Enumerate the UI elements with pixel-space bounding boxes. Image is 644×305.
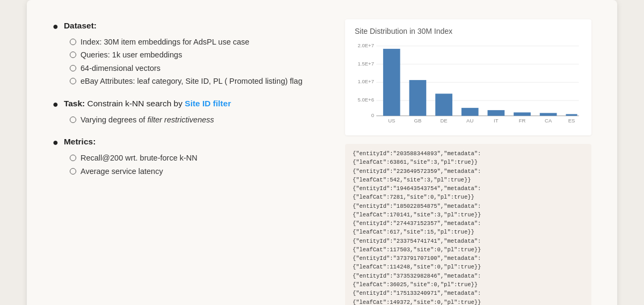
sub-dot-icon bbox=[70, 52, 76, 58]
y-label-top: 2.0E+7 bbox=[358, 42, 374, 48]
sub-bullet-recall-text: Recall@200 wrt. brute-force k-NN bbox=[80, 152, 197, 164]
chart-title: Site Distribution in 30M Index bbox=[355, 27, 582, 35]
x-label-fr: FR bbox=[519, 118, 526, 124]
bullet-dot-dataset: ● bbox=[53, 19, 58, 34]
x-label-es: ES bbox=[568, 118, 575, 124]
sub-bullet-queries: Queries: 1k user embeddings bbox=[70, 49, 324, 61]
metrics-section: ● Metrics: Recall@200 wrt. brute-force k… bbox=[53, 135, 324, 177]
sub-dot-icon bbox=[70, 168, 76, 175]
y-label-1: 1.5E+7 bbox=[358, 61, 374, 67]
sub-bullet-latency: Average service latency bbox=[70, 165, 324, 177]
dataset-section: ● Dataset: Index: 30M item embeddings fo… bbox=[53, 19, 324, 88]
bullet-dot-task: ● bbox=[53, 97, 58, 112]
sub-bullet-recall: Recall@200 wrt. brute-force k-NN bbox=[70, 152, 324, 164]
site-id-filter-link[interactable]: Site ID filter bbox=[185, 99, 231, 108]
sub-bullet-filter: Varying degrees of filter restrictivenes… bbox=[70, 114, 324, 126]
sub-dot-icon bbox=[70, 39, 76, 45]
task-label: Task: Constrain k-NN search by Site ID f… bbox=[64, 97, 231, 110]
sub-bullet-vectors-text: 64-dimensional vectors bbox=[80, 62, 160, 74]
dataset-label: Dataset: bbox=[64, 19, 97, 32]
x-label-us: US bbox=[388, 118, 395, 124]
sub-bullet-latency-text: Average service latency bbox=[80, 165, 163, 177]
task-sub-bullets: Varying degrees of filter restrictivenes… bbox=[70, 114, 324, 126]
json-line-0: {"entityId":"203588344893","metadata":{"… bbox=[353, 149, 584, 167]
json-line-1: {"entityId":"223649572359","metadata":{"… bbox=[353, 167, 584, 185]
json-line-3: {"entityId":"185022854875","metadata":{"… bbox=[353, 202, 584, 220]
x-label-au: AU bbox=[466, 118, 473, 124]
json-line-6: {"entityId":"373791707100","metadata":{"… bbox=[353, 254, 584, 272]
bar-es bbox=[566, 114, 577, 116]
json-line-5: {"entityId":"233754741741","metadata":{"… bbox=[353, 237, 584, 255]
bar-us bbox=[383, 49, 400, 116]
bar-chart-svg: 2.0E+7 1.5E+7 1.0E+7 5.0E+6 0 bbox=[355, 39, 582, 130]
json-line-8: {"entityId":"175133240971","metadata":{"… bbox=[353, 289, 584, 305]
y-label-bottom: 0 bbox=[371, 112, 374, 118]
bar-fr bbox=[514, 112, 531, 115]
sub-bullet-queries-text: Queries: 1k user embeddings bbox=[80, 49, 182, 61]
sub-dot-icon bbox=[70, 78, 76, 84]
bar-it bbox=[487, 110, 504, 116]
bullet-dot-metrics: ● bbox=[53, 135, 58, 150]
slide-container: ● Dataset: Index: 30M item embeddings fo… bbox=[27, 0, 617, 305]
left-panel: ● Dataset: Index: 30M item embeddings fo… bbox=[53, 19, 324, 305]
right-panel: Site Distribution in 30M Index 2.0E+7 1.… bbox=[345, 19, 591, 305]
metrics-bullet: ● Metrics: bbox=[53, 135, 324, 150]
sub-bullet-index: Index: 30M item embeddings for AdsPL use… bbox=[70, 36, 324, 48]
task-bullet: ● Task: Constrain k-NN search by Site ID… bbox=[53, 97, 324, 112]
sub-dot-icon bbox=[70, 117, 76, 123]
x-label-de: DE bbox=[440, 118, 447, 124]
dataset-sub-bullets: Index: 30M item embeddings for AdsPL use… bbox=[70, 36, 324, 88]
bar-au bbox=[462, 108, 479, 116]
sub-bullet-attrs-text: eBay Attributes: leaf category, Site ID,… bbox=[80, 75, 302, 87]
x-label-gb: GB bbox=[414, 118, 421, 124]
bar-de bbox=[435, 93, 452, 115]
json-line-7: {"entityId":"373532982846","metadata":{"… bbox=[353, 272, 584, 289]
bar-ca bbox=[540, 113, 557, 115]
chart-section: Site Distribution in 30M Index 2.0E+7 1.… bbox=[345, 19, 591, 135]
task-section: ● Task: Constrain k-NN search by Site ID… bbox=[53, 97, 324, 126]
metrics-sub-bullets: Recall@200 wrt. brute-force k-NN Average… bbox=[70, 152, 324, 177]
sub-bullet-attrs: eBay Attributes: leaf category, Site ID,… bbox=[70, 75, 324, 87]
sub-bullet-filter-text: Varying degrees of filter restrictivenes… bbox=[80, 114, 214, 126]
json-line-2: {"entityId":"194643543754","metadata":{"… bbox=[353, 184, 584, 202]
x-label-ca: CA bbox=[545, 118, 552, 124]
bar-gb bbox=[409, 80, 426, 116]
y-label-3: 5.0E+6 bbox=[358, 97, 374, 103]
y-label-2: 1.0E+7 bbox=[358, 78, 374, 84]
json-block: {"entityId":"203588344893","metadata":{"… bbox=[345, 144, 591, 305]
json-line-4: {"entityId":"274437152357","metadata":{"… bbox=[353, 219, 584, 237]
metrics-label: Metrics: bbox=[64, 135, 96, 148]
dataset-bullet: ● Dataset: bbox=[53, 19, 324, 34]
sub-bullet-index-text: Index: 30M item embeddings for AdsPL use… bbox=[80, 36, 250, 48]
sub-dot-icon bbox=[70, 65, 76, 71]
chart-area: 2.0E+7 1.5E+7 1.0E+7 5.0E+6 0 bbox=[355, 39, 582, 130]
x-label-it: IT bbox=[494, 118, 499, 124]
sub-bullet-vectors: 64-dimensional vectors bbox=[70, 62, 324, 74]
sub-dot-icon bbox=[70, 155, 76, 161]
